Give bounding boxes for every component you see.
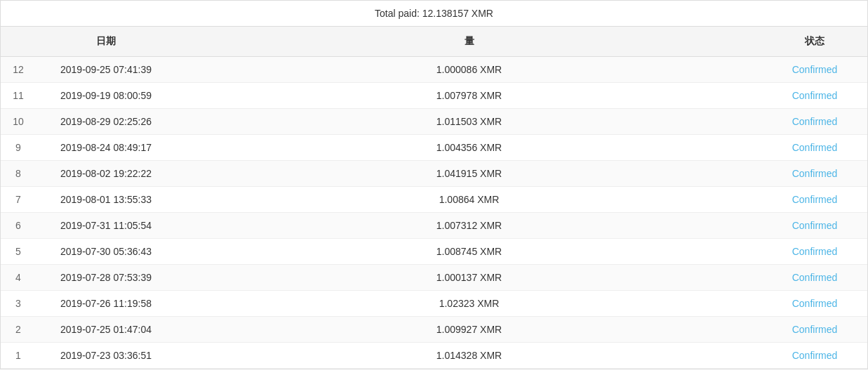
- row-amount: 1.004356 XMR: [176, 135, 762, 161]
- row-amount: 1.014328 XMR: [176, 343, 762, 369]
- row-index: 10: [1, 109, 36, 135]
- confirmed-link[interactable]: Confirmed: [792, 298, 838, 309]
- row-amount: 1.007312 XMR: [176, 213, 762, 239]
- row-date: 2019-08-24 08:49:17: [36, 135, 176, 161]
- col-header-amount: 量: [176, 27, 762, 57]
- row-index: 7: [1, 187, 36, 213]
- table-row: 92019-08-24 08:49:171.004356 XMRConfirme…: [1, 135, 867, 161]
- row-amount: 1.041915 XMR: [176, 161, 762, 187]
- table-row: 22019-07-25 01:47:041.009927 XMRConfirme…: [1, 317, 867, 343]
- row-status[interactable]: Confirmed: [762, 343, 867, 369]
- row-status[interactable]: Confirmed: [762, 317, 867, 343]
- header-row: 日期 量 状态: [1, 27, 867, 57]
- row-date: 2019-07-25 01:47:04: [36, 317, 176, 343]
- table-row: 112019-09-19 08:00:591.007978 XMRConfirm…: [1, 83, 867, 109]
- row-status[interactable]: Confirmed: [762, 187, 867, 213]
- row-date: 2019-07-28 07:53:39: [36, 265, 176, 291]
- row-amount: 1.000137 XMR: [176, 265, 762, 291]
- row-status[interactable]: Confirmed: [762, 83, 867, 109]
- row-status[interactable]: Confirmed: [762, 109, 867, 135]
- row-date: 2019-07-30 05:36:43: [36, 239, 176, 265]
- row-date: 2019-08-02 19:22:22: [36, 161, 176, 187]
- row-index: 6: [1, 213, 36, 239]
- table-row: 102019-08-29 02:25:261.011503 XMRConfirm…: [1, 109, 867, 135]
- confirmed-link[interactable]: Confirmed: [792, 220, 838, 231]
- table-row: 72019-08-01 13:55:331.00864 XMRConfirmed: [1, 187, 867, 213]
- col-header-status: 状态: [762, 27, 867, 57]
- col-header-date: 日期: [36, 27, 176, 57]
- table-row: 62019-07-31 11:05:541.007312 XMRConfirme…: [1, 213, 867, 239]
- total-row: Total paid: 12.138157 XMR: [1, 1, 867, 27]
- table-row: 52019-07-30 05:36:431.008745 XMRConfirme…: [1, 239, 867, 265]
- row-date: 2019-09-19 08:00:59: [36, 83, 176, 109]
- table-row: 122019-09-25 07:41:391.000086 XMRConfirm…: [1, 57, 867, 83]
- row-amount: 1.011503 XMR: [176, 109, 762, 135]
- row-amount: 1.007978 XMR: [176, 83, 762, 109]
- row-index: 3: [1, 291, 36, 317]
- row-index: 12: [1, 57, 36, 83]
- row-amount: 1.00864 XMR: [176, 187, 762, 213]
- table-row: 12019-07-23 03:36:511.014328 XMRConfirme…: [1, 343, 867, 369]
- table-row: 82019-08-02 19:22:221.041915 XMRConfirme…: [1, 161, 867, 187]
- row-amount: 1.009927 XMR: [176, 317, 762, 343]
- row-status[interactable]: Confirmed: [762, 213, 867, 239]
- row-index: 4: [1, 265, 36, 291]
- main-container: Total paid: 12.138157 XMR 日期 量 状态 122019…: [0, 0, 868, 369]
- row-amount: 1.008745 XMR: [176, 239, 762, 265]
- confirmed-link[interactable]: Confirmed: [792, 350, 838, 361]
- confirmed-link[interactable]: Confirmed: [792, 272, 838, 283]
- row-index: 8: [1, 161, 36, 187]
- row-date: 2019-07-26 11:19:58: [36, 291, 176, 317]
- col-header-index: [1, 27, 36, 57]
- row-date: 2019-08-01 13:55:33: [36, 187, 176, 213]
- confirmed-link[interactable]: Confirmed: [792, 324, 838, 335]
- confirmed-link[interactable]: Confirmed: [792, 168, 838, 179]
- confirmed-link[interactable]: Confirmed: [792, 194, 838, 205]
- confirmed-link[interactable]: Confirmed: [792, 142, 838, 153]
- table-row: 42019-07-28 07:53:391.000137 XMRConfirme…: [1, 265, 867, 291]
- row-index: 1: [1, 343, 36, 369]
- row-status[interactable]: Confirmed: [762, 57, 867, 83]
- row-date: 2019-09-25 07:41:39: [36, 57, 176, 83]
- row-status[interactable]: Confirmed: [762, 161, 867, 187]
- confirmed-link[interactable]: Confirmed: [792, 246, 838, 257]
- payments-table: Total paid: 12.138157 XMR 日期 量 状态 122019…: [1, 1, 867, 369]
- row-amount: 1.000086 XMR: [176, 57, 762, 83]
- confirmed-link[interactable]: Confirmed: [792, 116, 838, 127]
- row-date: 2019-07-31 11:05:54: [36, 213, 176, 239]
- row-date: 2019-08-29 02:25:26: [36, 109, 176, 135]
- total-paid-label: Total paid: 12.138157 XMR: [1, 1, 867, 27]
- confirmed-link[interactable]: Confirmed: [792, 90, 838, 101]
- row-index: 9: [1, 135, 36, 161]
- row-index: 5: [1, 239, 36, 265]
- row-status[interactable]: Confirmed: [762, 265, 867, 291]
- row-status[interactable]: Confirmed: [762, 135, 867, 161]
- row-date: 2019-07-23 03:36:51: [36, 343, 176, 369]
- row-index: 11: [1, 83, 36, 109]
- confirmed-link[interactable]: Confirmed: [792, 64, 838, 75]
- table-row: 32019-07-26 11:19:581.02323 XMRConfirmed: [1, 291, 867, 317]
- table-body: 122019-09-25 07:41:391.000086 XMRConfirm…: [1, 57, 867, 369]
- row-status[interactable]: Confirmed: [762, 239, 867, 265]
- row-amount: 1.02323 XMR: [176, 291, 762, 317]
- row-index: 2: [1, 317, 36, 343]
- row-status[interactable]: Confirmed: [762, 291, 867, 317]
